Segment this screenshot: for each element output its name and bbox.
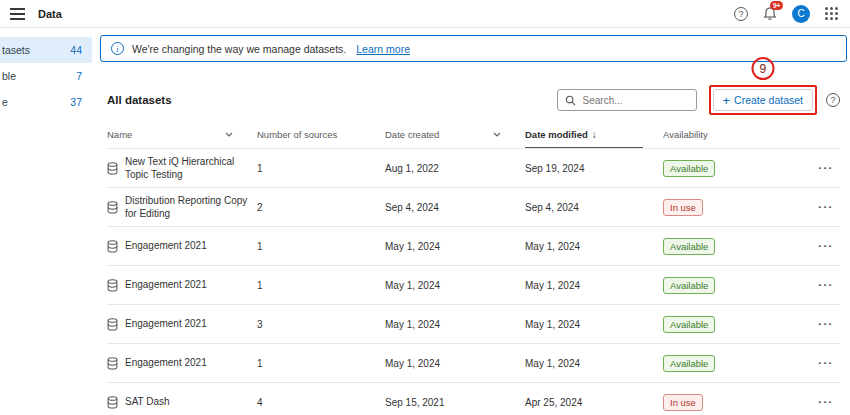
sources-count: 1 — [257, 159, 385, 178]
availability-badge: Available — [663, 160, 715, 177]
table-row[interactable]: Engagement 2021 3 May 1, 2024 May 1, 202… — [107, 304, 840, 343]
table-body: New Text iQ Hierarchical Topic Testing 1… — [107, 148, 840, 415]
date-modified: Sep 4, 2024 — [525, 198, 663, 217]
dataset-icon — [107, 201, 118, 214]
date-modified: May 1, 2024 — [525, 276, 663, 295]
sidebar-item-count: 37 — [70, 96, 82, 108]
sources-count: 1 — [257, 354, 385, 373]
date-created: Aug 1, 2022 — [385, 159, 525, 178]
search-input[interactable] — [581, 94, 689, 107]
dataset-icon — [107, 318, 118, 331]
dataset-icon — [107, 357, 118, 370]
sources-count: 2 — [257, 198, 385, 217]
topbar: Data ? 9+ C — [0, 0, 850, 28]
date-created: May 1, 2024 — [385, 237, 525, 256]
column-header-availability: Availability — [663, 129, 818, 140]
availability-badge: In use — [663, 199, 703, 216]
more-options-button[interactable]: ··· — [818, 396, 834, 408]
date-modified: Apr 25, 2024 — [525, 393, 663, 412]
dataset-name: Distribution Reporting Copy for Editing — [125, 194, 251, 221]
learn-more-link[interactable]: Learn more — [356, 43, 410, 55]
info-icon: i — [111, 42, 124, 55]
table-row[interactable]: Engagement 2021 1 May 1, 2024 May 1, 202… — [107, 265, 840, 304]
column-header-date-created[interactable]: Date created — [385, 129, 525, 140]
table-row[interactable]: New Text iQ Hierarchical Topic Testing 1… — [107, 148, 840, 187]
dataset-icon — [107, 396, 118, 409]
table-row[interactable]: Engagement 2021 1 May 1, 2024 May 1, 202… — [107, 226, 840, 265]
sources-count: 4 — [257, 393, 385, 412]
more-options-button[interactable]: ··· — [818, 279, 834, 291]
chevron-down-icon — [493, 132, 501, 137]
table-header-row: Name Number of sources Date created — [107, 125, 840, 148]
dataset-icon — [107, 162, 118, 175]
availability-badge: Available — [663, 238, 715, 255]
menu-icon[interactable] — [10, 6, 25, 22]
apps-grid-icon[interactable] — [825, 7, 838, 20]
sidebar: tasets 44 ble 7 e 37 — [0, 28, 92, 415]
sidebar-item-label: tasets — [2, 44, 30, 56]
sources-count: 1 — [257, 237, 385, 256]
column-header-name[interactable]: Name — [107, 129, 257, 140]
sidebar-item-count: 44 — [70, 44, 82, 56]
dataset-icon — [107, 240, 118, 253]
sidebar-item[interactable]: ble 7 — [0, 63, 92, 89]
column-header-sources: Number of sources — [257, 129, 385, 140]
annotation-box: + Create dataset — [709, 85, 817, 115]
column-header-date-modified[interactable]: Date modified ↓ — [525, 129, 663, 140]
availability-badge: Available — [663, 355, 715, 372]
table-row[interactable]: SAT Dash 4 Sep 15, 2021 Apr 25, 2024 In … — [107, 382, 840, 415]
annotation-circle: 9 — [751, 57, 774, 80]
search-box — [557, 89, 697, 111]
avatar[interactable]: C — [792, 5, 810, 23]
dataset-name: Engagement 2021 — [125, 239, 207, 253]
more-options-button[interactable]: ··· — [818, 201, 834, 213]
date-modified: Sep 19, 2024 — [525, 159, 663, 178]
date-created: Sep 4, 2024 — [385, 198, 525, 217]
sidebar-item-count: 7 — [76, 70, 82, 82]
availability-badge: Available — [663, 277, 715, 294]
more-options-button[interactable]: ··· — [818, 162, 834, 174]
date-created: May 1, 2024 — [385, 354, 525, 373]
create-help-icon[interactable]: ? — [826, 93, 840, 107]
info-banner: i We're changing the way we manage datas… — [100, 35, 847, 62]
date-created: May 1, 2024 — [385, 276, 525, 295]
notifications-icon[interactable]: 9+ — [763, 6, 777, 21]
date-created: Sep 15, 2021 — [385, 393, 525, 412]
dataset-name: New Text iQ Hierarchical Topic Testing — [125, 155, 251, 182]
sidebar-item[interactable]: tasets 44 — [0, 37, 92, 63]
all-datasets-heading: All datasets — [107, 94, 557, 106]
dataset-name: Engagement 2021 — [125, 317, 207, 331]
banner-message: We're changing the way we manage dataset… — [132, 43, 346, 55]
sources-count: 1 — [257, 276, 385, 295]
sort-descending-icon: ↓ — [592, 129, 597, 140]
date-modified: May 1, 2024 — [525, 315, 663, 334]
availability-badge: Available — [663, 316, 715, 333]
dataset-name: Engagement 2021 — [125, 278, 207, 292]
sidebar-item-label: ble — [2, 70, 16, 82]
dataset-icon — [107, 279, 118, 292]
sidebar-item-label: e — [2, 96, 8, 108]
page-title: Data — [38, 8, 62, 20]
table-row[interactable]: Distribution Reporting Copy for Editing … — [107, 187, 840, 226]
help-icon[interactable]: ? — [734, 7, 748, 21]
sources-count: 3 — [257, 315, 385, 334]
more-options-button[interactable]: ··· — [818, 240, 834, 252]
date-modified: May 1, 2024 — [525, 237, 663, 256]
plus-icon: + — [723, 94, 731, 107]
table-row[interactable]: Engagement 2021 1 May 1, 2024 May 1, 202… — [107, 343, 840, 382]
availability-badge: In use — [663, 394, 703, 411]
chevron-down-icon — [225, 132, 233, 137]
create-dataset-label: Create dataset — [734, 94, 803, 106]
notification-badge: 9+ — [770, 1, 783, 10]
dataset-name: Engagement 2021 — [125, 356, 207, 370]
datasets-table: Name Number of sources Date created — [107, 125, 840, 415]
sidebar-item[interactable]: e 37 — [0, 89, 92, 115]
search-icon — [565, 95, 576, 106]
date-modified: May 1, 2024 — [525, 354, 663, 373]
dataset-name: SAT Dash — [125, 395, 170, 409]
toolbar: All datasets 9 + Create dataset ? — [107, 85, 840, 115]
create-dataset-button[interactable]: + Create dataset — [713, 89, 813, 111]
date-created: May 1, 2024 — [385, 315, 525, 334]
more-options-button[interactable]: ··· — [818, 357, 834, 369]
more-options-button[interactable]: ··· — [818, 318, 834, 330]
